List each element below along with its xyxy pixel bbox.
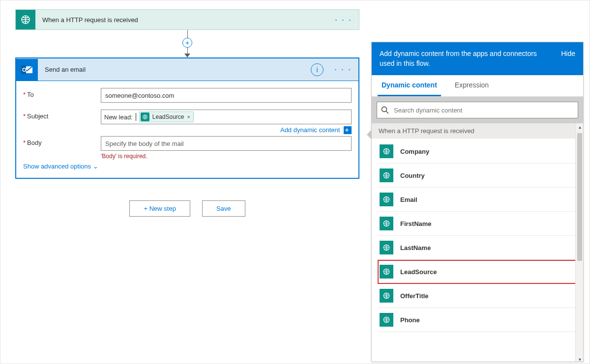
subject-input[interactable]: New lead: LeadSource × xyxy=(101,110,352,124)
trigger-card[interactable]: When a HTTP request is received · · · xyxy=(15,9,359,30)
dynamic-item-label: Company xyxy=(400,148,429,155)
connector-arrow: + xyxy=(15,30,359,57)
dynamic-item-offertitle[interactable]: OfferTitle xyxy=(378,284,577,308)
tab-dynamic-content[interactable]: Dynamic content xyxy=(378,75,441,96)
trigger-more-icon[interactable]: · · · xyxy=(328,15,359,25)
globe-icon xyxy=(380,217,393,230)
add-dynamic-content-link[interactable]: Add dynamic content + xyxy=(101,126,352,134)
globe-icon xyxy=(380,193,393,206)
svg-point-4 xyxy=(382,107,387,112)
scroll-thumb[interactable] xyxy=(577,133,582,261)
subject-prefix-text: New lead: xyxy=(104,113,133,121)
svg-line-5 xyxy=(386,112,389,114)
new-step-button[interactable]: + New step xyxy=(129,200,190,217)
show-advanced-options-link[interactable]: Show advanced options ⌄ xyxy=(23,163,98,170)
dynamic-item-label: OfferTitle xyxy=(400,292,429,300)
add-step-inline-button[interactable]: + xyxy=(182,38,192,48)
body-input[interactable] xyxy=(101,136,352,151)
info-icon[interactable]: i xyxy=(311,63,324,76)
token-globe-icon xyxy=(141,112,149,121)
scrollbar[interactable]: ▴ ▾ xyxy=(575,123,583,362)
trigger-title: When a HTTP request is received xyxy=(35,16,328,24)
search-icon xyxy=(381,106,389,114)
body-error-text: 'Body' is required. xyxy=(101,153,352,160)
dynamic-item-label: FirstName xyxy=(400,220,432,227)
token-label: LeadSource xyxy=(152,113,184,120)
to-label: *To xyxy=(23,88,101,98)
dynamic-item-phone[interactable]: Phone xyxy=(378,308,577,332)
plus-icon: + xyxy=(344,126,352,134)
dynamic-item-label: Email xyxy=(400,196,417,203)
send-email-more-icon[interactable]: · · · xyxy=(327,64,358,75)
hide-panel-link[interactable]: Hide xyxy=(557,49,575,59)
dynamic-section-title: When a HTTP request is received xyxy=(372,123,583,139)
dynamic-content-panel: Add dynamic content from the apps and co… xyxy=(371,42,584,362)
globe-icon xyxy=(380,289,393,303)
search-input[interactable] xyxy=(393,106,574,114)
body-label: *Body xyxy=(23,136,101,146)
dynamic-item-label: LeadSource xyxy=(400,268,437,276)
token-remove-icon[interactable]: × xyxy=(187,114,190,120)
subject-label: *Subject xyxy=(23,110,101,120)
to-input[interactable] xyxy=(101,88,352,103)
dynamic-item-company[interactable]: Company xyxy=(378,140,577,164)
dynamic-item-firstname[interactable]: FirstName xyxy=(378,212,577,236)
send-email-card: O Send an email i · · · *To *Subject New… xyxy=(15,57,359,179)
globe-icon xyxy=(380,313,393,327)
dynamic-item-email[interactable]: Email xyxy=(378,188,577,212)
dynamic-panel-header: Add dynamic content from the apps and co… xyxy=(380,49,537,68)
globe-icon xyxy=(380,168,393,182)
dynamic-item-label: Country xyxy=(400,172,425,179)
scroll-up-icon[interactable]: ▴ xyxy=(578,124,582,128)
dynamic-item-lastname[interactable]: LastName xyxy=(378,236,577,260)
send-email-header[interactable]: O Send an email i · · · xyxy=(16,58,358,81)
chevron-down-icon: ⌄ xyxy=(93,163,98,170)
http-globe-icon xyxy=(16,10,35,29)
save-button[interactable]: Save xyxy=(202,200,245,217)
dynamic-item-leadsource[interactable]: LeadSource xyxy=(378,260,577,284)
dynamic-item-label: LastName xyxy=(400,244,431,252)
globe-icon xyxy=(380,265,393,279)
globe-icon xyxy=(380,241,393,254)
search-dynamic-content[interactable] xyxy=(377,102,578,118)
dynamic-item-label: Phone xyxy=(400,316,420,324)
globe-icon xyxy=(380,144,393,158)
send-email-title: Send an email xyxy=(38,66,311,73)
leadsource-token[interactable]: LeadSource × xyxy=(139,112,194,122)
scroll-down-icon[interactable]: ▾ xyxy=(578,357,582,361)
svg-text:O: O xyxy=(22,67,27,73)
tab-expression[interactable]: Expression xyxy=(451,75,493,96)
outlook-icon: O xyxy=(16,59,38,81)
text-cursor xyxy=(136,113,136,121)
dynamic-item-country[interactable]: Country xyxy=(378,164,577,188)
